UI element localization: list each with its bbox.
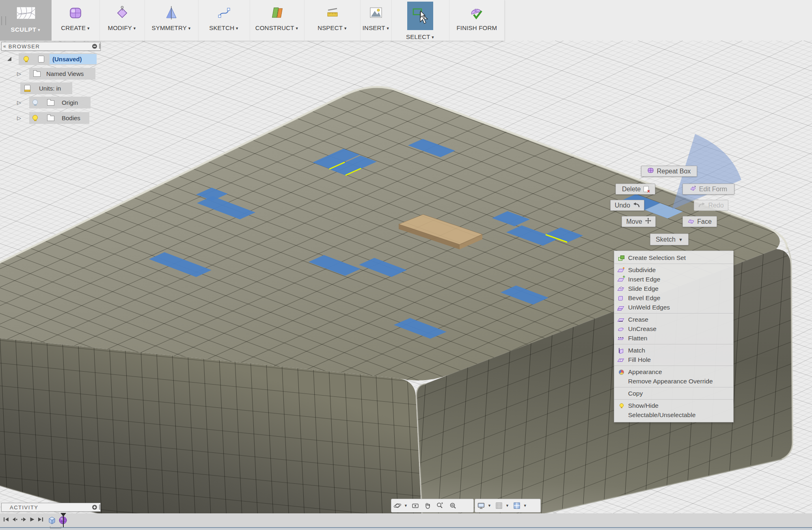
- menu-separator: [614, 313, 733, 314]
- panel-expand-icon[interactable]: [92, 505, 97, 510]
- toolbar-item-create[interactable]: CREATE▼: [52, 0, 99, 41]
- appearance-icon: [618, 369, 624, 375]
- timeline-controls: [3, 517, 43, 522]
- panel-scroll-nub[interactable]: [99, 504, 100, 510]
- menu-item-bevel-edge[interactable]: Bevel Edge: [614, 293, 733, 303]
- menu-item-slide-edge[interactable]: Slide Edge: [614, 284, 733, 293]
- flatten-icon: [618, 335, 624, 341]
- expander-closed-icon[interactable]: ▷: [17, 71, 21, 76]
- menu-item-insert-edge[interactable]: Insert Edge: [614, 275, 733, 284]
- menu-item-uncrease[interactable]: UnCrease: [614, 324, 733, 333]
- menu-item-fill-hole[interactable]: Fill Hole: [614, 355, 733, 364]
- move-icon: [645, 218, 651, 225]
- context-menu: Create Selection Set Subdivide Insert Ed…: [614, 251, 734, 422]
- create-icon: [68, 3, 83, 22]
- expander-closed-icon[interactable]: ▷: [17, 100, 21, 105]
- repeat-box-button[interactable]: Repeat Box: [641, 166, 697, 177]
- subdivide-icon: [618, 267, 624, 273]
- toolbar-item-inspect[interactable]: NSPECT▼: [304, 0, 360, 41]
- toolbar-item-sketch[interactable]: SKETCH▼: [198, 0, 249, 41]
- inspect-icon: [325, 3, 340, 22]
- face-button[interactable]: Face: [682, 216, 717, 227]
- go-to-start-icon[interactable]: [3, 517, 9, 522]
- go-to-end-icon[interactable]: [38, 517, 43, 522]
- visibility-bulb-off-icon[interactable]: [32, 100, 38, 105]
- sculpt-icon: [16, 5, 36, 21]
- display-settings-icon[interactable]: [475, 499, 487, 512]
- toolbar-item-modify[interactable]: MODIFY▼: [99, 0, 145, 41]
- menu-separator: [614, 387, 733, 387]
- visibility-bulb-icon[interactable]: [32, 115, 38, 120]
- grid-display-icon[interactable]: [493, 499, 505, 512]
- menu-item-appearance[interactable]: Appearance: [614, 367, 733, 376]
- delete-icon: [644, 186, 649, 192]
- step-forward-icon[interactable]: [21, 517, 27, 522]
- toolbar-item-construct[interactable]: CONSTRUCT▼: [250, 0, 304, 41]
- activity-title: ACTIVITY: [10, 504, 39, 511]
- chevron-down-icon[interactable]: ▼: [488, 504, 491, 508]
- construct-icon: [270, 3, 284, 22]
- folder-icon: [33, 71, 41, 77]
- menu-item-unweld-edges[interactable]: UnWeld Edges: [614, 303, 733, 312]
- edit-form-button[interactable]: Edit Form: [682, 184, 734, 195]
- zoom-icon[interactable]: [434, 499, 446, 512]
- expander-open-icon[interactable]: [7, 57, 11, 61]
- menu-item-subdivide[interactable]: Subdivide: [614, 265, 733, 275]
- redo-button[interactable]: Redo: [694, 200, 728, 211]
- sketch-dropdown-button[interactable]: Sketch ▼: [650, 234, 689, 245]
- step-back-icon[interactable]: [12, 517, 18, 522]
- chevron-down-icon[interactable]: ▼: [404, 504, 408, 508]
- menu-item-show-hide[interactable]: Show/Hide: [614, 401, 733, 410]
- collapse-panel-icon[interactable]: «: [3, 44, 6, 48]
- match-icon: [618, 348, 624, 353]
- folder-icon: [47, 116, 54, 121]
- delete-button[interactable]: Delete: [615, 184, 655, 195]
- expander-closed-icon[interactable]: ▷: [17, 115, 21, 121]
- menu-separator: [614, 399, 733, 400]
- folder-icon: [47, 100, 54, 106]
- menu-item-selectable-unselectable[interactable]: Selectable/Unselectable: [614, 410, 733, 420]
- viewports-icon[interactable]: [511, 499, 523, 512]
- chevron-down-icon[interactable]: ▼: [505, 504, 509, 508]
- activity-panel-header[interactable]: ACTIVITY: [1, 503, 101, 512]
- chevron-down-icon[interactable]: ▼: [523, 504, 527, 508]
- orbit-icon[interactable]: [391, 499, 404, 512]
- zoom-window-icon[interactable]: [446, 499, 460, 512]
- uncrease-icon: [618, 326, 624, 332]
- menu-separator: [614, 264, 733, 264]
- menu-item-flatten[interactable]: Flatten: [614, 333, 733, 343]
- menu-item-remove-appearance-override[interactable]: Remove Appearance Override: [614, 376, 733, 386]
- timeline-playhead-flag[interactable]: [60, 513, 66, 517]
- slide-edge-icon: [618, 286, 624, 292]
- unweld-edges-icon: [618, 305, 624, 310]
- visibility-bulb-icon[interactable]: [24, 56, 29, 61]
- insert-icon: [369, 3, 383, 22]
- menu-item-crease[interactable]: Crease: [614, 315, 733, 324]
- top-toolbar: SCULPT▼ CREATE▼ MODIFY▼ SYMMETRY▼ SKETCH…: [0, 0, 505, 41]
- document-icon: [38, 56, 44, 63]
- repeat-box-icon: [648, 167, 654, 175]
- move-button[interactable]: Move: [622, 216, 656, 227]
- toolbar-item-insert[interactable]: INSERT▼: [360, 0, 391, 41]
- panel-scroll-nub[interactable]: [99, 43, 100, 49]
- bulb-icon: [618, 403, 624, 409]
- symmetry-icon: [164, 3, 179, 22]
- menu-item-match[interactable]: Match: [614, 346, 733, 355]
- toolbar-item-symmetry[interactable]: SYMMETRY▼: [145, 0, 198, 41]
- undo-button[interactable]: Undo: [610, 200, 644, 211]
- selected-doc-highlight[interactable]: (Unsaved): [50, 54, 97, 64]
- toolbar-grip[interactable]: [1, 16, 6, 25]
- insert-edge-icon: [618, 277, 624, 282]
- tab-sculpt[interactable]: SCULPT▼: [0, 0, 52, 41]
- look-at-icon[interactable]: [409, 499, 421, 512]
- play-icon[interactable]: [30, 517, 35, 522]
- redo-icon: [698, 202, 705, 209]
- toolbar-item-finish-form[interactable]: FINISH FORM: [449, 0, 504, 41]
- panel-options-icon[interactable]: [92, 44, 97, 49]
- menu-item-copy[interactable]: Copy: [614, 389, 733, 398]
- browser-panel-header[interactable]: « BROWSER: [1, 42, 101, 51]
- finish-form-icon: [469, 3, 485, 22]
- menu-item-create-selection-set[interactable]: Create Selection Set: [614, 253, 733, 262]
- box-feature-icon[interactable]: [47, 515, 57, 526]
- pan-icon[interactable]: [421, 499, 434, 512]
